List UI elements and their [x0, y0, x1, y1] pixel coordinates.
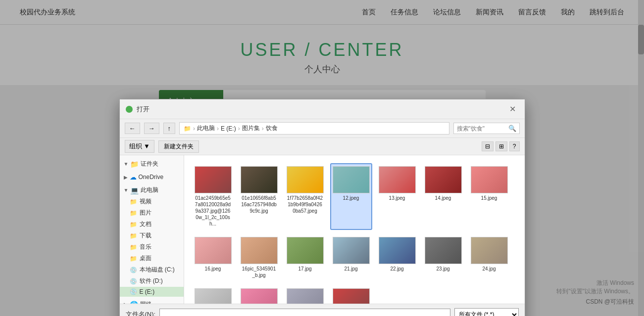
sidebar-c-drive[interactable]: 💿 本地磁盘 (C:) — [120, 264, 184, 275]
sidebar-desktop[interactable]: 📁 桌面 — [120, 253, 184, 264]
sidebar-pc-label: 此电脑 — [141, 186, 158, 194]
dialog-overlay: 打开 ✕ ← → ↑ 📁 › 此电脑 › E (E:) › 图片集 › 饮食 🔍 — [0, 0, 644, 316]
file-item-12[interactable]: 22.jpg — [376, 234, 418, 281]
file-item-10[interactable]: 17.jpg — [284, 234, 326, 281]
filetype-select[interactable]: 所有文件 (*.*) — [454, 308, 519, 316]
file-grid-container: 01ac2459b65e57a80120028a9d9a337.jpg@1260… — [184, 155, 525, 304]
file-item-17[interactable]: 1102.jpg — [284, 285, 326, 304]
file-name-10: 17.jpg — [298, 266, 311, 272]
view-controls: ⊟ ⊞ ? — [482, 141, 520, 151]
dialog-title-label: 打开 — [137, 105, 149, 114]
file-thumbnail-8 — [195, 237, 232, 264]
file-thumbnail-15 — [195, 288, 232, 304]
breadcrumb-2[interactable]: E (E:) — [221, 125, 236, 132]
sidebar-onedrive-header[interactable]: ▶ ☁ OneDrive — [120, 172, 184, 182]
dialog-close-button[interactable]: ✕ — [506, 103, 519, 115]
file-name-11: 21.jpg — [344, 266, 357, 272]
network-icon: 🌐 — [130, 301, 138, 304]
view-toolbar: 组织 ▼ 新建文件夹 ⊟ ⊞ ? — [120, 138, 525, 155]
dialog-toolbar: ← → ↑ 📁 › 此电脑 › E (E:) › 图片集 › 饮食 🔍 — [120, 119, 525, 138]
dialog-footer: 文件名(N): 所有文件 (*.*) 打开(O) 取消 — [120, 304, 525, 316]
arrow-icon-4: ▶ — [124, 302, 128, 304]
file-name-5: 13.jpeg — [389, 195, 405, 201]
folder-icon: 📁 — [130, 160, 139, 168]
breadcrumb-4[interactable]: 饮食 — [266, 124, 278, 133]
back-button[interactable]: ← — [125, 123, 140, 134]
file-item-13[interactable]: 23.jpg — [422, 234, 464, 281]
filename-input[interactable] — [159, 309, 450, 316]
sidebar-network-label: 网络 — [140, 300, 152, 304]
file-thumbnail-14 — [471, 237, 508, 264]
files-grid: 01ac2459b65e57a80120028a9d9a337.jpg@1260… — [189, 160, 520, 304]
file-item-4[interactable]: 12.jpeg — [330, 163, 372, 230]
sidebar-pc-header[interactable]: ▼ 💻 此电脑 — [120, 184, 184, 196]
file-item-7[interactable]: 15.jpeg — [468, 163, 510, 230]
file-item-16[interactable]: 1101.jpg — [238, 285, 280, 304]
file-item-5[interactable]: 13.jpeg — [376, 163, 418, 230]
file-item-3[interactable]: 1f77b2658a0f421b9b49f9a04260ba57.jpeg — [284, 163, 326, 230]
arrow-icon-2: ▶ — [124, 175, 128, 180]
file-item-2[interactable]: 01e10656f8ab516ac7257948db9c9c.jpg — [238, 163, 280, 230]
up-button[interactable]: ↑ — [163, 123, 176, 134]
file-item-8[interactable]: 16.jpeg — [192, 234, 234, 281]
sidebar-music[interactable]: 📁 音乐 — [120, 241, 184, 253]
file-name-4: 12.jpeg — [343, 195, 359, 201]
dialog-sidebar: ▼ 📁 证件夹 ▶ ☁ OneDrive ▼ 💻 — [120, 155, 184, 304]
desktop-folder-icon: 📁 — [130, 255, 137, 262]
file-thumbnail-10 — [287, 237, 324, 264]
sidebar-docs[interactable]: 📁 文档 — [120, 219, 184, 230]
dialog-dot-icon — [126, 106, 133, 113]
search-input[interactable] — [457, 125, 506, 132]
sidebar-section-zjj: ▼ 📁 证件夹 — [120, 158, 184, 170]
file-thumbnail-1 — [195, 166, 232, 193]
file-item-14[interactable]: 24.jpg — [468, 234, 510, 281]
file-thumbnail-13 — [425, 237, 462, 264]
file-item-15[interactable]: 25.jpg — [192, 285, 234, 304]
dialog-body: ▼ 📁 证件夹 ▶ ☁ OneDrive ▼ 💻 — [120, 155, 525, 304]
file-thumbnail-18 — [333, 288, 370, 304]
file-name-6: 14.jpeg — [435, 195, 451, 201]
file-item-6[interactable]: 14.jpeg — [422, 163, 464, 230]
sidebar-downloads[interactable]: 📁 下载 — [120, 230, 184, 241]
dialog-titlebar: 打开 ✕ — [120, 99, 525, 119]
video-folder-icon: 📁 — [130, 198, 137, 205]
file-item-9[interactable]: 16pic_5345901_b.jpg — [238, 234, 280, 281]
sidebar-video[interactable]: 📁 视频 — [120, 196, 184, 207]
file-item-1[interactable]: 01ac2459b65e57a80120028a9d9a337.jpg@1260… — [192, 163, 234, 230]
breadcrumb-3[interactable]: 图片集 — [242, 124, 260, 133]
sidebar-d-drive[interactable]: 💿 软件 (D:) — [120, 275, 184, 287]
file-name-2: 01e10656f8ab516ac7257948db9c9c.jpg — [241, 195, 277, 214]
sidebar-e-drive[interactable]: 💿 E (E:) — [120, 287, 184, 297]
breadcrumb-pc: 📁 — [184, 125, 191, 132]
view-toggle-2[interactable]: ⊞ — [495, 141, 507, 151]
breadcrumb-bar[interactable]: 📁 › 此电脑 › E (E:) › 图片集 › 饮食 — [179, 122, 449, 135]
sidebar-pictures[interactable]: 📁 图片 — [120, 207, 184, 219]
file-item-18[interactable]: 1103.jpg — [330, 285, 372, 304]
sidebar-zjj-label: 证件夹 — [141, 160, 158, 168]
file-name-8: 16.jpeg — [205, 266, 221, 272]
help-button[interactable]: ? — [509, 141, 520, 151]
breadcrumb-1[interactable]: 此电脑 — [197, 124, 215, 133]
arrow-icon-3: ▼ — [124, 187, 129, 193]
sidebar-zjj-header[interactable]: ▼ 📁 证件夹 — [120, 158, 184, 170]
forward-button[interactable]: → — [144, 123, 159, 134]
file-name-1: 01ac2459b65e57a80120028a9d9a337.jpg@1260… — [195, 195, 231, 227]
file-thumbnail-16 — [241, 288, 278, 304]
docs-folder-icon: 📁 — [130, 221, 137, 228]
pictures-folder-icon: 📁 — [130, 210, 137, 217]
organize-button[interactable]: 组织 ▼ — [125, 140, 154, 153]
file-item-11[interactable]: 21.jpg — [330, 234, 372, 281]
view-toggle-1[interactable]: ⊟ — [482, 141, 494, 151]
downloads-folder-icon: 📁 — [130, 232, 137, 239]
file-thumbnail-2 — [241, 166, 278, 193]
file-name-14: 24.jpg — [482, 266, 495, 272]
footer-filename-row: 文件名(N): 所有文件 (*.*) — [126, 308, 519, 316]
file-thumbnail-4 — [333, 166, 370, 193]
sidebar-network-header[interactable]: ▶ 🌐 网络 — [120, 299, 184, 304]
cloud-icon: ☁ — [130, 173, 137, 181]
file-thumbnail-11 — [333, 237, 370, 264]
sidebar-onedrive: ▶ ☁ OneDrive — [120, 172, 184, 182]
search-icon: 🔍 — [508, 125, 516, 132]
new-folder-button[interactable]: 新建文件夹 — [158, 140, 199, 153]
file-name-9: 16pic_5345901_b.jpg — [241, 266, 277, 278]
